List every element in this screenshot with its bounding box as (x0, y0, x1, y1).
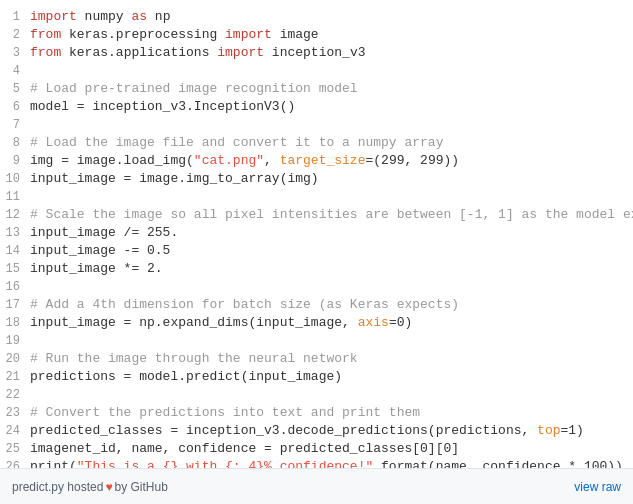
code-line: 21predictions = model.predict(input_imag… (0, 368, 633, 386)
code-line: 26print("This is a {} with {:.4}% confid… (0, 458, 633, 468)
line-number: 5 (0, 82, 30, 96)
line-content: from keras.preprocessing import image (30, 27, 319, 42)
line-content (30, 387, 38, 402)
line-number: 21 (0, 370, 30, 384)
code-line: 2from keras.preprocessing import image (0, 26, 633, 44)
line-number: 24 (0, 424, 30, 438)
code-line: 25imagenet_id, name, confidence = predic… (0, 440, 633, 458)
line-content (30, 333, 38, 348)
code-token: "cat.png" (194, 153, 264, 168)
line-number: 17 (0, 298, 30, 312)
line-content: img = image.load_img("cat.png", target_s… (30, 153, 459, 168)
line-number: 26 (0, 460, 30, 468)
code-token: keras.preprocessing (61, 27, 225, 42)
footer: predict.py hosted ♥ by GitHub view raw (0, 468, 633, 504)
line-number: 12 (0, 208, 30, 222)
line-content: # Load the image file and convert it to … (30, 135, 443, 150)
code-token: # Scale the image so all pixel intensiti… (30, 207, 633, 222)
line-number: 22 (0, 388, 30, 402)
code-token: top (537, 423, 560, 438)
heart-icon: ♥ (105, 480, 112, 494)
code-token: np (147, 9, 170, 24)
line-content: predictions = model.predict(input_image) (30, 369, 342, 384)
line-number: 14 (0, 244, 30, 258)
code-line: 16 (0, 278, 633, 296)
line-content: input_image -= 0.5 (30, 243, 170, 258)
line-content (30, 279, 38, 294)
code-line: 12# Scale the image so all pixel intensi… (0, 206, 633, 224)
code-line: 6model = inception_v3.InceptionV3() (0, 98, 633, 116)
code-token: =0) (389, 315, 412, 330)
view-raw-link[interactable]: view raw (574, 480, 621, 494)
line-content: predicted_classes = inception_v3.decode_… (30, 423, 584, 438)
code-line: 23# Convert the predictions into text an… (0, 404, 633, 422)
code-token: =(299, 299)) (365, 153, 459, 168)
code-token: target_size (280, 153, 366, 168)
line-number: 20 (0, 352, 30, 366)
line-content: from keras.applications import inception… (30, 45, 365, 60)
line-content: # Run the image through the neural netwo… (30, 351, 358, 366)
code-token: # Add a 4th dimension for batch size (as… (30, 297, 459, 312)
line-content: input_image = image.img_to_array(img) (30, 171, 319, 186)
code-token: imagenet_id, name, confidence = predicte… (30, 441, 459, 456)
line-content: # Convert the predictions into text and … (30, 405, 420, 420)
code-line: 22 (0, 386, 633, 404)
line-number: 10 (0, 172, 30, 186)
line-number: 6 (0, 100, 30, 114)
line-content: # Load pre-trained image recognition mod… (30, 81, 358, 96)
line-number: 1 (0, 10, 30, 24)
code-token: "This is a {} with {:.4}% confidence!" (77, 459, 373, 468)
line-number: 8 (0, 136, 30, 150)
line-content: input_image = np.expand_dims(input_image… (30, 315, 412, 330)
line-content (30, 117, 38, 132)
code-line: 1import numpy as np (0, 8, 633, 26)
code-token: input_image *= 2. (30, 261, 163, 276)
line-content: print("This is a {} with {:.4}% confiden… (30, 459, 623, 468)
code-token: model = inception_v3.InceptionV3() (30, 99, 295, 114)
line-number: 23 (0, 406, 30, 420)
code-line: 3from keras.applications import inceptio… (0, 44, 633, 62)
code-token: import (225, 27, 272, 42)
code-line: 17# Add a 4th dimension for batch size (… (0, 296, 633, 314)
code-token: from (30, 45, 61, 60)
code-token: axis (358, 315, 389, 330)
code-token: .format(name, confidence * 100)) (373, 459, 623, 468)
code-token: input_image = image.img_to_array(img) (30, 171, 319, 186)
line-number: 19 (0, 334, 30, 348)
code-token: as (131, 9, 147, 24)
line-number: 9 (0, 154, 30, 168)
code-token: # Load the image file and convert it to … (30, 135, 443, 150)
line-content: input_image /= 255. (30, 225, 178, 240)
line-content (30, 189, 38, 204)
code-token: keras.applications (61, 45, 217, 60)
code-line: 15input_image *= 2. (0, 260, 633, 278)
code-line: 5# Load pre-trained image recognition mo… (0, 80, 633, 98)
code-token: inception_v3 (264, 45, 365, 60)
code-token: input_image -= 0.5 (30, 243, 170, 258)
line-number: 2 (0, 28, 30, 42)
code-token: # Run the image through the neural netwo… (30, 351, 358, 366)
footer-filename: predict.py hosted (12, 480, 103, 494)
code-block: 1import numpy as np2from keras.preproces… (0, 0, 633, 468)
footer-attribution: predict.py hosted ♥ by GitHub (12, 480, 168, 494)
code-line: 8# Load the image file and convert it to… (0, 134, 633, 152)
line-content: import numpy as np (30, 9, 170, 24)
line-content: # Add a 4th dimension for batch size (as… (30, 297, 459, 312)
code-line: 11 (0, 188, 633, 206)
code-line: 24predicted_classes = inception_v3.decod… (0, 422, 633, 440)
line-content (30, 63, 38, 78)
line-content: imagenet_id, name, confidence = predicte… (30, 441, 459, 456)
code-token: import (30, 9, 77, 24)
line-number: 7 (0, 118, 30, 132)
code-token: numpy (77, 9, 132, 24)
line-number: 18 (0, 316, 30, 330)
code-token: input_image = np.expand_dims(input_image… (30, 315, 358, 330)
line-number: 25 (0, 442, 30, 456)
line-number: 11 (0, 190, 30, 204)
line-number: 15 (0, 262, 30, 276)
code-token: # Load pre-trained image recognition mod… (30, 81, 358, 96)
code-token: # Convert the predictions into text and … (30, 405, 420, 420)
footer-github-text: by GitHub (115, 480, 168, 494)
line-content: model = inception_v3.InceptionV3() (30, 99, 295, 114)
code-token: , (264, 153, 280, 168)
